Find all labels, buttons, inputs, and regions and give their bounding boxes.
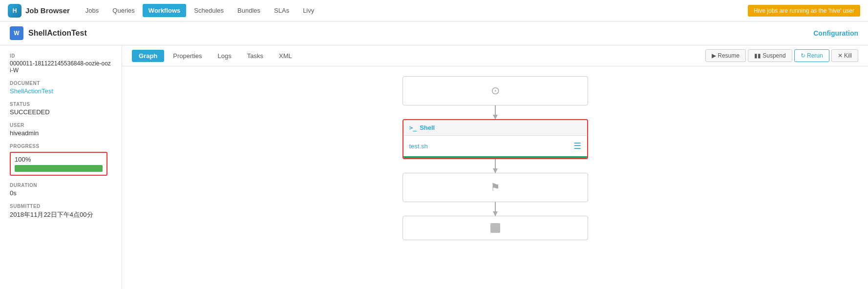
toolbar: ▶ Resume ▮▮ Suspend ↻ Rerun ✕ Kill — [705, 49, 858, 62]
nav-alert: Hive jobs are running as the 'hive' user — [748, 5, 860, 17]
shell-action-header: >_ Shell — [403, 120, 587, 136]
shell-action-footer — [403, 156, 587, 158]
shell-label: Shell — [420, 124, 435, 131]
bottom-node — [402, 216, 588, 240]
connector-2 — [495, 159, 496, 173]
duration-label: DURATION — [10, 183, 112, 188]
submitted-label: SUBMITTED — [10, 204, 112, 209]
kill-button[interactable]: ✕ Kill — [831, 49, 858, 62]
svg-marker-1 — [493, 168, 498, 173]
page-header: W ShellActionTest Configuration — [0, 21, 868, 45]
graph-area: ⊙ >_ Shell test.sh ☰ — [122, 66, 868, 289]
shell-action-body: test.sh ☰ — [403, 136, 587, 156]
tab-tasks[interactable]: Tasks — [240, 50, 270, 62]
left-sidebar: ID 0000011-181122145536848-oozie-oozi-W … — [0, 45, 122, 289]
end-node: ⚑ — [402, 173, 588, 202]
user-value: hiveadmin — [10, 129, 112, 137]
top-nav: H Job Browser Jobs Queries Workflows Sch… — [0, 0, 868, 21]
tabs-toolbar: Graph Properties Logs Tasks XML ▶ Resume… — [122, 45, 868, 66]
lines-icon: ☰ — [573, 141, 581, 151]
nav-item-queries[interactable]: Queries — [106, 4, 141, 17]
tab-properties[interactable]: Properties — [166, 50, 209, 62]
start-node: ⊙ — [402, 76, 588, 105]
svg-marker-0 — [493, 115, 498, 120]
progress-bar-bg — [15, 165, 103, 172]
brand-logo: H — [8, 4, 21, 18]
progress-container: 100% — [10, 152, 107, 176]
suspend-button[interactable]: ▮▮ Suspend — [748, 49, 792, 62]
arrow-1 — [493, 115, 498, 120]
start-icon: ⊙ — [491, 84, 500, 97]
connector-1 — [495, 105, 496, 119]
nav-item-jobs[interactable]: Jobs — [80, 4, 105, 17]
content-area: ID 0000011-181122145536848-oozie-oozi-W … — [0, 45, 868, 289]
duration-value: 0s — [10, 189, 112, 197]
id-label: ID — [10, 53, 112, 59]
page-title: ShellActionTest — [28, 29, 87, 38]
page-title-area: W ShellActionTest — [10, 26, 87, 40]
tab-xml[interactable]: XML — [272, 50, 299, 62]
flag-icon: ⚑ — [490, 181, 500, 194]
shell-action-node[interactable]: >_ Shell test.sh ☰ — [402, 119, 588, 159]
id-value: 0000011-181122145536848-oozie-oozi-W — [10, 60, 112, 74]
status-label: STATUS — [10, 102, 112, 107]
config-link[interactable]: Configuration — [813, 29, 858, 37]
nav-item-livy[interactable]: Livy — [297, 4, 320, 17]
nav-item-workflows[interactable]: Workflows — [143, 4, 187, 17]
document-label: DOCUMENT — [10, 81, 112, 86]
nav-item-slas[interactable]: SLAs — [268, 4, 295, 17]
rerun-button[interactable]: ↻ Rerun — [794, 49, 829, 62]
nav-brand: H Job Browser — [8, 4, 70, 18]
nav-item-schedules[interactable]: Schedules — [188, 4, 230, 17]
square-icon — [490, 223, 500, 233]
terminal-icon: >_ — [409, 124, 417, 131]
submitted-value: 2018年11月22日下午4点00分 — [10, 210, 112, 219]
user-label: USER — [10, 123, 112, 128]
shell-file-link[interactable]: test.sh — [409, 143, 428, 150]
resume-button[interactable]: ▶ Resume — [705, 49, 746, 62]
graph-canvas: ⊙ >_ Shell test.sh ☰ — [393, 76, 598, 279]
tab-graph[interactable]: Graph — [132, 50, 164, 62]
tabs: Graph Properties Logs Tasks XML — [132, 50, 299, 62]
status-value: SUCCEEDED — [10, 108, 112, 116]
arrow-2 — [493, 168, 498, 173]
document-link[interactable]: ShellActionTest — [10, 87, 112, 95]
connector-3 — [495, 202, 496, 216]
svg-marker-2 — [493, 211, 498, 216]
progress-bar-fill — [15, 165, 103, 172]
arrow-3 — [493, 211, 498, 216]
tab-logs[interactable]: Logs — [211, 50, 238, 62]
nav-item-bundles[interactable]: Bundles — [232, 4, 266, 17]
page-title-icon: W — [10, 26, 23, 40]
brand-title: Job Browser — [25, 6, 70, 15]
progress-text: 100% — [15, 156, 103, 163]
main-content: Graph Properties Logs Tasks XML ▶ Resume… — [122, 45, 868, 289]
progress-label: PROGRESS — [10, 144, 112, 149]
